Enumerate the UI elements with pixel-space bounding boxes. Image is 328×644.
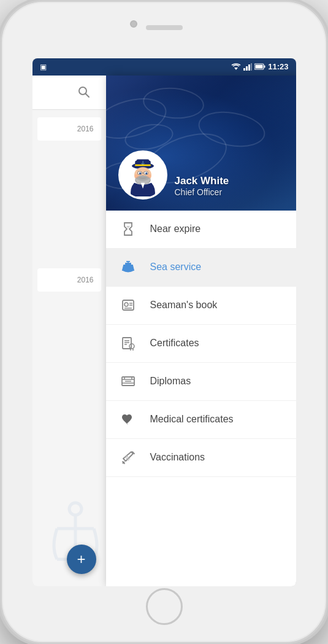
wifi-icon — [231, 63, 241, 71]
svg-rect-4 — [251, 63, 252, 71]
list-item: 2016 — [37, 268, 101, 292]
status-doc-icon: ▣ — [40, 63, 47, 71]
menu-label-seamans-book: Seaman's book — [150, 300, 218, 311]
menu-items: Near expire — [106, 211, 296, 477]
phone-camera — [130, 20, 137, 28]
home-button[interactable] — [146, 588, 183, 625]
captain-illustration: ⚓ — [121, 153, 164, 196]
signal-icon — [243, 63, 252, 71]
menu-label-near-expire: Near expire — [150, 223, 201, 235]
user-name: Jack White — [175, 175, 229, 187]
svg-marker-0 — [234, 68, 238, 70]
menu-label-certificates: Certificates — [150, 338, 199, 349]
svg-rect-1 — [243, 68, 245, 71]
menu-label-medical: Medical certificates — [150, 414, 234, 425]
user-text: Jack White Chief Officer — [175, 175, 229, 197]
drawer: ⚓ — [106, 76, 296, 586]
list-date-2: 2016 — [45, 276, 94, 284]
avatar: ⚓ — [118, 150, 167, 200]
heart-icon — [118, 409, 138, 429]
svg-text:⚓: ⚓ — [141, 160, 145, 165]
svg-rect-7 — [256, 65, 263, 69]
svg-rect-3 — [248, 64, 250, 71]
diploma-icon — [118, 371, 138, 391]
svg-point-34 — [124, 303, 128, 306]
screen-content: 2016 2016 — [32, 76, 296, 586]
phone-speaker — [146, 25, 183, 30]
status-right: 11:23 — [231, 62, 288, 71]
hourglass-icon — [118, 219, 138, 239]
user-role: Chief Officer — [175, 187, 229, 197]
search-button[interactable] — [72, 80, 96, 104]
status-time: 11:23 — [268, 62, 288, 71]
top-bar — [32, 76, 106, 110]
svg-point-10 — [69, 503, 82, 515]
phone-frame: ▣ — [0, 0, 328, 644]
svg-rect-6 — [264, 66, 265, 68]
fab-button[interactable]: + — [67, 545, 96, 574]
ship-icon — [118, 257, 138, 277]
svg-point-39 — [129, 344, 134, 349]
menu-item-vaccinations[interactable]: Vaccinations — [106, 439, 296, 477]
drawer-header: ⚓ — [106, 76, 296, 211]
menu-item-diplomas[interactable]: Diplomas — [106, 363, 296, 401]
menu-item-medical[interactable]: Medical certificates — [106, 401, 296, 439]
fab-plus-icon: + — [77, 551, 85, 568]
list-item: 2016 — [37, 117, 101, 141]
menu-label-sea-service: Sea service — [150, 262, 202, 273]
syringe-icon — [118, 448, 138, 467]
status-bar: ▣ — [32, 58, 296, 76]
svg-point-30 — [134, 174, 138, 177]
svg-point-31 — [147, 174, 151, 177]
menu-item-near-expire[interactable]: Near expire — [106, 211, 296, 249]
user-info: ⚓ — [118, 150, 229, 200]
id-card-icon — [118, 295, 138, 315]
list-date-1: 2016 — [45, 125, 94, 133]
svg-point-23 — [139, 172, 140, 174]
svg-rect-2 — [246, 66, 248, 71]
menu-item-certificates[interactable]: Certificates — [106, 325, 296, 363]
svg-rect-18 — [135, 164, 150, 166]
svg-line-9 — [85, 94, 89, 98]
svg-point-32 — [127, 266, 129, 268]
menu-item-sea-service[interactable]: Sea service — [106, 249, 296, 287]
svg-point-24 — [145, 172, 147, 174]
certificate-icon — [118, 333, 138, 353]
main-list: 2016 2016 — [32, 110, 106, 299]
battery-icon — [254, 63, 265, 70]
menu-label-diplomas: Diplomas — [150, 376, 191, 387]
menu-item-seamans-book[interactable]: Seaman's book — [106, 287, 296, 325]
menu-label-vaccinations: Vaccinations — [150, 452, 205, 463]
main-content: 2016 2016 — [32, 76, 106, 586]
phone-screen: ▣ — [32, 58, 296, 586]
